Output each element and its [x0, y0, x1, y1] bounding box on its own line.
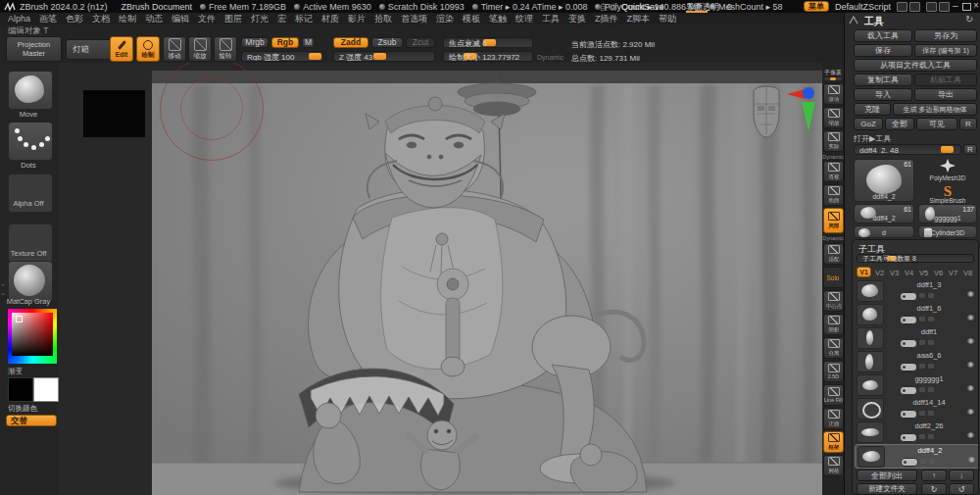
menus-button[interactable]: 菜单	[804, 1, 829, 12]
shelf-grid-button[interactable]: 网格	[823, 455, 844, 476]
subtool-mini-icon[interactable]	[919, 387, 925, 392]
menu-marker[interactable]: 标记	[295, 13, 313, 25]
shelf-transp-button[interactable]: 分离	[823, 337, 844, 359]
subtool-mini-icon[interactable]	[919, 293, 925, 298]
save-button[interactable]: 保存	[854, 44, 912, 57]
restore-window-button[interactable]	[962, 3, 971, 11]
subtool-tab-v4[interactable]: V4	[905, 269, 913, 277]
draw-button[interactable]: 绘制	[136, 36, 160, 62]
subtool-row-selected[interactable]: ddff4_2 ◉	[855, 444, 979, 469]
eye-icon[interactable]: ◉	[967, 431, 974, 439]
eye-icon[interactable]: ◉	[967, 408, 974, 416]
active-tool-thumbnail[interactable]: 61 ddff4_2	[854, 159, 914, 202]
shelf-polyframe-button[interactable]: 框架	[823, 431, 844, 453]
recent-tool-thumbnail[interactable]: 137 gggggg1	[918, 204, 977, 223]
menu-picker[interactable]: 拾取	[374, 13, 392, 25]
edit-button[interactable]: Edit	[110, 36, 133, 62]
list-all-button[interactable]: 全部列出	[857, 470, 917, 481]
subtool-mini-icon[interactable]	[928, 293, 934, 298]
save-as-button[interactable]: 另存为	[914, 29, 977, 42]
eye-icon[interactable]: ◉	[967, 384, 974, 392]
subtool-toggle[interactable]	[900, 386, 917, 395]
tool-slider[interactable]: ddff4_2. 48	[854, 144, 961, 155]
mrgb-button[interactable]: Mrgb	[241, 37, 269, 48]
menu-document[interactable]: 文档	[92, 13, 110, 25]
minimize-button[interactable]: –	[953, 0, 958, 11]
menu-light[interactable]: 灯光	[251, 13, 269, 25]
subtool-row[interactable]: ddff14_14 ◉	[855, 397, 978, 420]
menu-color[interactable]: 色彩	[66, 13, 83, 25]
subtool-mini-icon[interactable]	[929, 459, 935, 464]
menu-movie[interactable]: 影片	[348, 13, 366, 25]
eye-icon[interactable]: ◉	[967, 337, 974, 345]
subtool-row[interactable]: ddff1_6 ◉	[855, 303, 978, 325]
secondary-color-swatch[interactable]	[33, 377, 59, 402]
zcut-button[interactable]: Zcut	[406, 37, 435, 48]
menu-stencil[interactable]: 模板	[463, 13, 480, 25]
load-from-project-button[interactable]: 从项目文件载入工具	[854, 59, 977, 72]
subtool-tab-v6[interactable]: V6	[934, 269, 943, 277]
subtool-mini-icon[interactable]	[919, 411, 925, 416]
subtool-tab-v2[interactable]: V2	[875, 269, 884, 277]
menu-zplugin[interactable]: Z插件	[595, 13, 618, 25]
shelf-linefill-button[interactable]: Line Fill	[823, 384, 844, 406]
subtool-tab-v8[interactable]: V8	[963, 269, 972, 277]
simplebrush-tool[interactable]: S SimpleBrush	[918, 182, 977, 204]
subtool-mini-icon[interactable]	[920, 459, 926, 464]
panel-divider-icon[interactable]	[849, 16, 858, 25]
quicksave-button[interactable]: QuickSave	[621, 2, 664, 12]
menu-tool[interactable]: 工具	[542, 13, 560, 25]
subtool-count-slider[interactable]: 子工具可见数量 8	[857, 254, 974, 263]
eye-icon[interactable]: ◉	[967, 290, 974, 298]
subtool-mini-icon[interactable]	[919, 364, 925, 369]
eye-icon[interactable]: ◉	[967, 361, 974, 369]
subtool-mini-icon[interactable]	[928, 317, 934, 322]
z-intensity-slider[interactable]: Z 强度 43	[333, 51, 435, 62]
export-button[interactable]: 导出	[914, 88, 977, 101]
menu-layer[interactable]: 图层	[224, 13, 242, 25]
tray-left-icon[interactable]	[897, 2, 907, 12]
alt-color-button[interactable]: 交替	[6, 415, 57, 426]
subtool-row[interactable]: ddff1_3 ◉	[855, 279, 978, 302]
menu-edit[interactable]: 编辑	[172, 13, 189, 25]
subtool-down-button[interactable]: ↓	[949, 470, 974, 481]
shelf-frame-button[interactable]: 适配	[823, 243, 844, 265]
recent-tool-thumbnail[interactable]: d	[854, 225, 914, 238]
shelf-scroll-button[interactable]: 滚动	[823, 83, 844, 105]
menu-alpha[interactable]: Alpha	[8, 14, 30, 24]
subtool-mini-icon[interactable]	[919, 434, 925, 439]
current-material-thumbnail[interactable]	[8, 261, 53, 302]
subtool-row[interactable]: aaa6_6 ◉	[855, 350, 978, 372]
subtool-mini-icon[interactable]	[919, 317, 925, 322]
subtool-toggle[interactable]	[900, 292, 917, 301]
subtool-toggle[interactable]	[900, 410, 917, 419]
close-button[interactable]: ×	[973, 0, 979, 11]
slider-handle[interactable]	[309, 53, 321, 60]
goz-button[interactable]: GoZ	[854, 118, 883, 130]
recent-tool-thumbnail[interactable]: Cylinder3D	[918, 225, 977, 238]
projection-master-button[interactable]: Projection Master	[6, 36, 62, 62]
subtool-extract-button[interactable]: ↺	[949, 483, 974, 495]
eye-icon[interactable]: ◉	[967, 314, 974, 322]
menu-texture[interactable]: 纹理	[515, 13, 533, 25]
copy-tool-button[interactable]: 复制工具	[854, 74, 912, 86]
make-polymesh-button[interactable]: 生成 多边形网格物体	[893, 103, 977, 116]
shelf-25d-button[interactable]: 2.5D	[823, 361, 844, 382]
subtool-duplicate-button[interactable]: ↻	[921, 483, 947, 495]
menu-preferences[interactable]: 首选项	[401, 13, 427, 25]
load-tool-button[interactable]: 载入工具	[854, 29, 912, 42]
shelf-local-button[interactable]: 局部	[823, 208, 844, 233]
menu-draw[interactable]: 绘制	[119, 13, 136, 25]
menu-material[interactable]: 材质	[321, 13, 339, 25]
shelf-perspective-button[interactable]: 透视	[823, 161, 844, 182]
open-tool-label[interactable]: 打开▶工具	[854, 133, 891, 144]
subtool-toggle[interactable]	[900, 363, 917, 371]
menu-file[interactable]: 文件	[198, 13, 216, 25]
subtool-up-button[interactable]: ↑	[921, 470, 947, 481]
eye-icon[interactable]: ◉	[968, 456, 975, 464]
subtool-mini-icon[interactable]	[928, 434, 934, 439]
shelf-actual-button[interactable]: 实际	[823, 130, 844, 152]
restore-ui-icon[interactable]	[939, 2, 950, 12]
zscript-label[interactable]: DefaultZScript	[835, 2, 891, 12]
subpixel-slider[interactable]	[824, 77, 842, 80]
